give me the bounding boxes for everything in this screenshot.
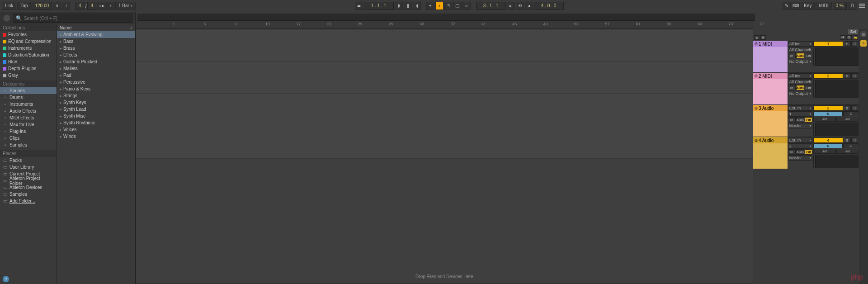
sound-folder-item[interactable]: ▶Guitar & Plucked [57,58,135,65]
metronome-menu[interactable] [106,2,114,10]
category-item[interactable]: ▫Audio Effects [0,108,57,114]
disclosure-icon[interactable]: ▶ [60,80,62,84]
disclosure-icon[interactable]: ▶ [60,108,62,111]
arrangement-position[interactable]: 1 . 1 . 1 [364,2,394,10]
solo-button[interactable]: S [844,137,851,143]
link-button[interactable]: Link [2,2,16,10]
solo-button[interactable]: S [844,105,851,111]
track-activator[interactable]: 4 [813,137,843,143]
punch-in-icon[interactable]: ▸ [507,2,515,10]
input-channel-select[interactable]: All Channel [788,47,812,52]
sound-folder-item[interactable]: ▶Winds [57,133,135,140]
sound-folder-item[interactable]: ▶Percussive [57,79,135,85]
category-item[interactable]: ▫Plug-ins [0,128,57,135]
collection-item[interactable]: Favorites [0,31,57,38]
quantize-menu[interactable]: 1 Bar [115,2,136,10]
disclosure-icon[interactable]: ▶ [60,101,62,104]
monitor-off-button[interactable]: Off [805,53,812,58]
arm-button[interactable] [851,73,859,79]
capture-icon[interactable]: ▢ [453,2,462,10]
monitor-in-button[interactable]: In [788,85,796,90]
loop-start[interactable]: 3 . 1 . 1 [476,2,506,10]
track-title-bar[interactable]: ⦿ 2 MIDI [753,73,788,79]
volume-slider[interactable] [813,155,814,168]
disclosure-icon[interactable]: ▶ [60,60,62,63]
timeline-ruler[interactable]: 1591317212529333741454953576165697377 [136,21,753,29]
follow-icon[interactable]: ◂▸ [355,2,363,10]
sound-folder-item[interactable]: ▶Bass [57,38,135,45]
disclosure-icon[interactable]: ▶ [60,135,62,138]
place-item[interactable]: ▭Add Folder... [0,198,57,204]
track-lane[interactable] [136,29,753,62]
volume-slider[interactable] [813,123,814,136]
midi-map-button[interactable]: MIDI [816,2,831,10]
sound-folder-item[interactable]: ▶Synth Keys [57,99,135,106]
metronome-icon[interactable]: ○● [97,2,105,10]
fold-icon[interactable]: ⦿ [755,107,758,110]
monitor-off-button[interactable]: Off [805,117,812,123]
sound-folder-item[interactable]: ▶Pad [57,72,135,79]
sig-denominator[interactable]: 4 [87,2,96,10]
loop-switch-icon[interactable]: ⟲ [516,2,524,10]
collection-item[interactable]: Instruments [0,45,57,52]
search-box[interactable]: 🔍 [13,14,132,23]
place-item[interactable]: ▭Packs [0,157,57,164]
send-a[interactable]: -inf [813,117,836,122]
lock-icon[interactable]: 🔒 [853,35,858,40]
sound-folder-item[interactable]: ▶Synth Lead [57,106,135,113]
volume-slider[interactable] [813,80,814,98]
collection-item[interactable]: Gray [0,72,57,79]
fold-icon[interactable]: ⦿ [755,75,758,78]
fold-icon[interactable]: ⦿ [755,43,758,46]
toggle-returns-icon[interactable]: ⇄ [840,35,845,40]
monitor-auto-button[interactable]: Auto [796,117,804,123]
help-icon[interactable]: ? [3,276,9,282]
input-channel-select[interactable]: 1 [788,111,812,117]
disclosure-icon[interactable]: ▶ [60,67,62,70]
monitor-off-button[interactable]: Off [805,85,812,90]
disclosure-icon[interactable]: ▶ [60,121,62,124]
disclosure-icon[interactable]: ▶ [60,47,62,50]
output-select[interactable]: No Output [788,59,812,64]
search-input[interactable] [24,16,129,21]
solo-button[interactable]: S [844,41,851,47]
overload-indicator[interactable]: D [848,2,857,10]
solo-button[interactable]: S [844,73,851,79]
output-select[interactable]: Master [788,123,812,128]
automation-arm-icon[interactable]: ♪ [435,2,443,10]
sound-folder-item[interactable]: ▶Ambient & Evolving [57,31,135,38]
track-title-bar[interactable]: ⦿ 1 MIDI [753,41,788,47]
send-a[interactable]: -inf [813,149,836,154]
place-item[interactable]: ▭User Library [0,164,57,170]
sound-folder-item[interactable]: ▶Effects [57,52,135,58]
sound-folder-item[interactable]: ▶Piano & Keys [57,85,135,92]
tap-button[interactable]: Tap [17,2,31,10]
overview-bar[interactable] [137,14,755,21]
disclosure-icon[interactable]: ▶ [60,40,62,43]
track-header[interactable]: ⦿ 1 MIDI All Ins All Channel In Auto Off… [753,41,859,73]
nudge-up-icon[interactable] [62,2,70,10]
toggle-mixer-icon[interactable]: ⊡ [846,35,852,40]
track-body[interactable] [753,111,788,137]
pan-mode[interactable]: C [843,111,859,116]
session-rec-icon[interactable]: ○ [462,2,471,10]
sound-folder-item[interactable]: ▶Mallets [57,65,135,72]
category-item[interactable]: ▫Samples [0,142,57,148]
sig-numerator[interactable]: 4 [75,2,85,10]
disclosure-icon[interactable]: ▶ [60,128,62,131]
input-channel-select[interactable]: All Channel [788,79,812,85]
arrangement-view-icon[interactable]: ≡ [860,40,867,47]
track-body[interactable] [753,143,788,169]
session-view-icon[interactable]: ▦ [860,31,867,38]
track-title-bar[interactable]: ⦿ 3 Audio [753,105,788,111]
track-title-bar[interactable]: ⦿ 4 Audio [753,137,788,143]
collection-item[interactable]: Blue [0,58,57,65]
volume-slider[interactable] [813,47,814,66]
input-channel-select[interactable]: 2 [788,143,812,149]
sound-folder-item[interactable]: ▶Voices [57,126,135,133]
arm-button[interactable] [851,41,859,47]
browser-collapse-icon[interactable] [3,14,11,22]
disclosure-icon[interactable]: ▶ [60,94,62,97]
category-item[interactable]: ▫Drums [0,94,57,101]
monitor-in-button[interactable]: In [788,117,796,123]
